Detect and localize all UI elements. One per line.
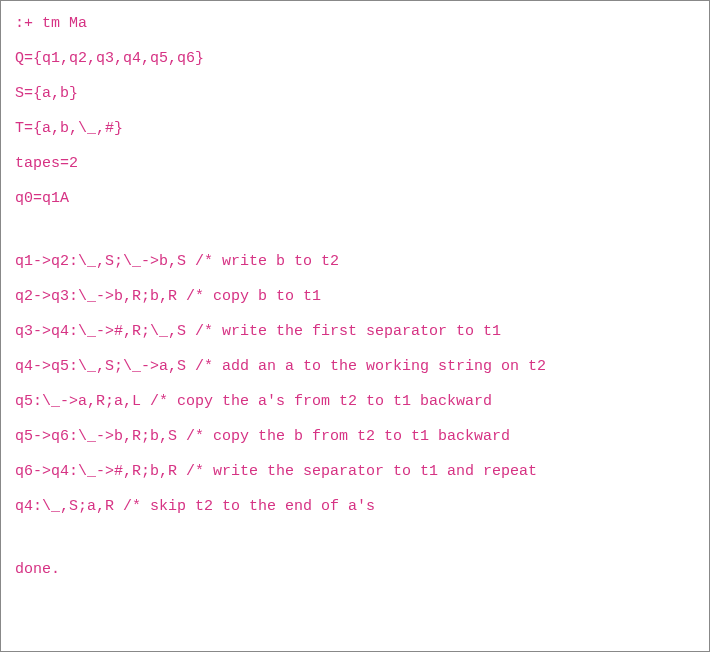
blank-line-6 (15, 223, 695, 237)
code-block: :+ tm Ma Q={q1,q2,q3,q4,q5,q6} S={a,b} T… (15, 13, 695, 580)
code-line-3: T={a,b,\_,#} (15, 118, 695, 139)
code-line-9: q3->q4:\_->#,R;\_,S /* write the first s… (15, 321, 695, 342)
code-line-12: q5->q6:\_->b,R;b,S /* copy the b from t2… (15, 426, 695, 447)
code-line-7: q1->q2:\_,S;\_->b,S /* write b to t2 (15, 251, 695, 272)
code-line-11: q5:\_->a,R;a,L /* copy the a's from t2 t… (15, 391, 695, 412)
code-line-0: :+ tm Ma (15, 13, 695, 34)
code-line-1: Q={q1,q2,q3,q4,q5,q6} (15, 48, 695, 69)
code-line-5: q0=q1A (15, 188, 695, 209)
code-line-4: tapes=2 (15, 153, 695, 174)
code-line-10: q4->q5:\_,S;\_->a,S /* add an a to the w… (15, 356, 695, 377)
code-line-2: S={a,b} (15, 83, 695, 104)
code-line-13: q6->q4:\_->#,R;b,R /* write the separato… (15, 461, 695, 482)
code-line-8: q2->q3:\_->b,R;b,R /* copy b to t1 (15, 286, 695, 307)
blank-line-15 (15, 531, 695, 545)
code-line-16: done. (15, 559, 695, 580)
code-line-14: q4:\_,S;a,R /* skip t2 to the end of a's (15, 496, 695, 517)
